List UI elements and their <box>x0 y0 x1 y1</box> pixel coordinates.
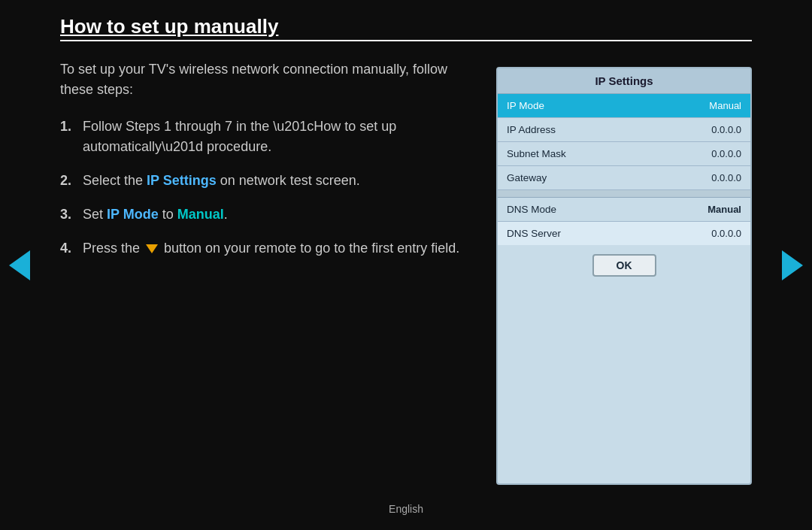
step-2-number: 2. <box>60 171 83 191</box>
step-1-text: Follow Steps 1 through 7 in the \u201cHo… <box>83 117 466 157</box>
dialog-divider <box>498 190 750 198</box>
ip-settings-dialog: IP Settings IP Mode Manual IP Address 0.… <box>496 67 752 485</box>
step-4-text: Press the button on your remote to go to… <box>83 238 466 259</box>
dns-mode-row: DNS Mode Manual <box>498 198 750 221</box>
ip-mode-highlight: IP Mode <box>107 207 159 222</box>
step-4: 4. Press the button on your remote to go… <box>60 238 466 259</box>
step-1: 1. Follow Steps 1 through 7 in the \u201… <box>60 117 466 157</box>
page-title: How to set up manually <box>60 15 752 41</box>
ip-address-label: IP Address <box>507 124 556 135</box>
manual-highlight: Manual <box>177 207 224 222</box>
main-content: How to set up manually To set up your TV… <box>0 0 812 530</box>
step-2: 2. Select the IP Settings on network tes… <box>60 171 466 191</box>
step-1-number: 1. <box>60 117 83 137</box>
dns-server-row[interactable]: DNS Server 0.0.0.0 <box>498 221 750 245</box>
ip-address-value: 0.0.0.0 <box>711 124 741 135</box>
down-arrow-icon <box>146 244 158 253</box>
instructions: To set up your TV's wireless network con… <box>60 59 466 485</box>
ok-button-row: OK <box>498 245 750 286</box>
subnet-mask-row[interactable]: Subnet Mask 0.0.0.0 <box>498 142 750 166</box>
dialog-rows: IP Mode Manual IP Address 0.0.0.0 Subnet… <box>498 94 750 286</box>
gateway-label: Gateway <box>507 172 547 183</box>
ip-settings-highlight: IP Settings <box>147 173 217 188</box>
dns-mode-label: DNS Mode <box>507 204 556 215</box>
step-3-text: Set IP Mode to Manual. <box>83 204 466 225</box>
step-4-number: 4. <box>60 238 83 259</box>
nav-arrow-left[interactable] <box>9 250 30 280</box>
ip-mode-label: IP Mode <box>507 100 544 111</box>
dns-mode-value: Manual <box>707 204 741 215</box>
steps-list: 1. Follow Steps 1 through 7 in the \u201… <box>60 117 466 259</box>
ip-mode-value: Manual <box>709 100 741 111</box>
intro-text: To set up your TV's wireless network con… <box>60 59 466 100</box>
ip-address-row[interactable]: IP Address 0.0.0.0 <box>498 118 750 142</box>
footer-language: English <box>389 503 423 515</box>
ok-button[interactable]: OK <box>592 254 656 277</box>
dialog-title: IP Settings <box>498 68 750 94</box>
content-area: To set up your TV's wireless network con… <box>60 59 752 485</box>
step-2-text: Select the IP Settings on network test s… <box>83 171 466 191</box>
gateway-row[interactable]: Gateway 0.0.0.0 <box>498 166 750 190</box>
nav-arrow-right[interactable] <box>782 250 803 280</box>
subnet-mask-label: Subnet Mask <box>507 148 566 159</box>
subnet-mask-value: 0.0.0.0 <box>711 148 741 159</box>
step-3-number: 3. <box>60 204 83 225</box>
dns-server-label: DNS Server <box>507 228 561 239</box>
gateway-value: 0.0.0.0 <box>711 172 741 183</box>
step-3: 3. Set IP Mode to Manual. <box>60 204 466 225</box>
dns-server-value: 0.0.0.0 <box>711 228 741 239</box>
ip-mode-row[interactable]: IP Mode Manual <box>498 94 750 118</box>
